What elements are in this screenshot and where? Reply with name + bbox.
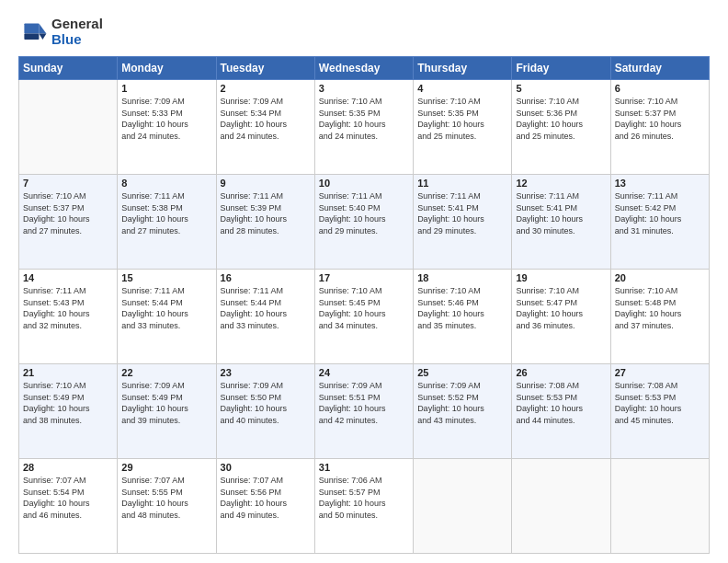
day-info: Sunrise: 7:06 AM Sunset: 5:57 PM Dayligh…: [319, 475, 409, 521]
day-info: Sunrise: 7:09 AM Sunset: 5:52 PM Dayligh…: [417, 380, 507, 426]
day-number: 21: [23, 367, 113, 378]
calendar-cell: 11Sunrise: 7:11 AM Sunset: 5:41 PM Dayli…: [414, 175, 512, 270]
day-info: Sunrise: 7:11 AM Sunset: 5:41 PM Dayligh…: [516, 190, 606, 236]
week-row-2: 7Sunrise: 7:10 AM Sunset: 5:37 PM Daylig…: [19, 175, 710, 270]
day-number: 22: [121, 367, 211, 378]
day-number: 28: [23, 462, 113, 473]
day-info: Sunrise: 7:11 AM Sunset: 5:39 PM Dayligh…: [221, 190, 311, 236]
day-info: Sunrise: 7:10 AM Sunset: 5:45 PM Dayligh…: [319, 285, 409, 331]
logo-icon: [18, 17, 48, 47]
day-number: 5: [516, 83, 606, 94]
day-info: Sunrise: 7:10 AM Sunset: 5:35 PM Dayligh…: [417, 96, 507, 142]
week-row-5: 28Sunrise: 7:07 AM Sunset: 5:54 PM Dayli…: [19, 459, 710, 554]
weekday-header-friday: Friday: [512, 57, 610, 80]
day-info: Sunrise: 7:09 AM Sunset: 5:51 PM Dayligh…: [319, 380, 409, 426]
day-number: 6: [615, 83, 705, 94]
day-number: 14: [23, 272, 113, 283]
logo: General Blue: [18, 17, 103, 47]
svg-rect-3: [24, 33, 39, 39]
calendar-cell: 10Sunrise: 7:11 AM Sunset: 5:40 PM Dayli…: [314, 175, 413, 270]
calendar-cell: 30Sunrise: 7:07 AM Sunset: 5:56 PM Dayli…: [216, 459, 314, 554]
day-info: Sunrise: 7:09 AM Sunset: 5:34 PM Dayligh…: [221, 96, 311, 142]
calendar-cell: 18Sunrise: 7:10 AM Sunset: 5:46 PM Dayli…: [414, 270, 512, 364]
logo-general: General: [51, 16, 103, 31]
weekday-header-wednesday: Wednesday: [314, 57, 413, 80]
calendar-cell: [414, 459, 512, 554]
day-info: Sunrise: 7:11 AM Sunset: 5:42 PM Dayligh…: [615, 190, 705, 236]
day-number: 7: [23, 178, 113, 189]
day-info: Sunrise: 7:11 AM Sunset: 5:41 PM Dayligh…: [417, 190, 507, 236]
calendar-cell: 9Sunrise: 7:11 AM Sunset: 5:39 PM Daylig…: [216, 175, 314, 270]
calendar-cell: 14Sunrise: 7:11 AM Sunset: 5:43 PM Dayli…: [19, 270, 118, 364]
day-number: 15: [121, 272, 211, 283]
calendar-cell: 28Sunrise: 7:07 AM Sunset: 5:54 PM Dayli…: [19, 459, 118, 554]
calendar-cell: 17Sunrise: 7:10 AM Sunset: 5:45 PM Dayli…: [314, 270, 413, 364]
weekday-header-sunday: Sunday: [19, 57, 118, 80]
calendar-cell: 6Sunrise: 7:10 AM Sunset: 5:37 PM Daylig…: [610, 80, 709, 175]
svg-rect-2: [24, 23, 39, 33]
day-info: Sunrise: 7:09 AM Sunset: 5:49 PM Dayligh…: [121, 380, 211, 426]
day-number: 3: [319, 83, 409, 94]
day-number: 18: [417, 272, 507, 283]
calendar-cell: 29Sunrise: 7:07 AM Sunset: 5:55 PM Dayli…: [118, 459, 216, 554]
day-number: 11: [417, 178, 507, 189]
day-info: Sunrise: 7:11 AM Sunset: 5:40 PM Dayligh…: [319, 190, 409, 236]
week-row-1: 1Sunrise: 7:09 AM Sunset: 5:33 PM Daylig…: [19, 80, 710, 175]
calendar-cell: 21Sunrise: 7:10 AM Sunset: 5:49 PM Dayli…: [19, 364, 118, 459]
day-number: 4: [417, 83, 507, 94]
day-number: 10: [319, 178, 409, 189]
day-info: Sunrise: 7:11 AM Sunset: 5:44 PM Dayligh…: [121, 285, 211, 331]
calendar-cell: [19, 80, 118, 175]
weekday-header-monday: Monday: [118, 57, 216, 80]
day-number: 29: [121, 462, 211, 473]
day-info: Sunrise: 7:07 AM Sunset: 5:56 PM Dayligh…: [221, 475, 311, 521]
day-number: 9: [221, 178, 311, 189]
day-info: Sunrise: 7:11 AM Sunset: 5:44 PM Dayligh…: [221, 285, 311, 331]
day-info: Sunrise: 7:10 AM Sunset: 5:49 PM Dayligh…: [23, 380, 113, 426]
calendar-cell: 2Sunrise: 7:09 AM Sunset: 5:34 PM Daylig…: [216, 80, 314, 175]
calendar-cell: 22Sunrise: 7:09 AM Sunset: 5:49 PM Dayli…: [118, 364, 216, 459]
header: General Blue: [18, 17, 710, 47]
logo-text: General Blue: [51, 17, 103, 47]
calendar-cell: 5Sunrise: 7:10 AM Sunset: 5:36 PM Daylig…: [512, 80, 610, 175]
calendar-cell: 15Sunrise: 7:11 AM Sunset: 5:44 PM Dayli…: [118, 270, 216, 364]
calendar-cell: 24Sunrise: 7:09 AM Sunset: 5:51 PM Dayli…: [314, 364, 413, 459]
day-info: Sunrise: 7:07 AM Sunset: 5:55 PM Dayligh…: [121, 475, 211, 521]
calendar-cell: 4Sunrise: 7:10 AM Sunset: 5:35 PM Daylig…: [414, 80, 512, 175]
day-info: Sunrise: 7:07 AM Sunset: 5:54 PM Dayligh…: [23, 475, 113, 521]
day-info: Sunrise: 7:08 AM Sunset: 5:53 PM Dayligh…: [615, 380, 705, 426]
calendar-cell: 26Sunrise: 7:08 AM Sunset: 5:53 PM Dayli…: [512, 364, 610, 459]
weekday-header-saturday: Saturday: [610, 57, 709, 80]
day-number: 16: [221, 272, 311, 283]
weekday-header-row: SundayMondayTuesdayWednesdayThursdayFrid…: [19, 57, 710, 80]
calendar-cell: 20Sunrise: 7:10 AM Sunset: 5:48 PM Dayli…: [610, 270, 709, 364]
day-number: 17: [319, 272, 409, 283]
day-number: 19: [516, 272, 606, 283]
day-info: Sunrise: 7:10 AM Sunset: 5:46 PM Dayligh…: [417, 285, 507, 331]
day-info: Sunrise: 7:09 AM Sunset: 5:33 PM Dayligh…: [121, 96, 211, 142]
day-number: 8: [121, 178, 211, 189]
calendar-cell: 8Sunrise: 7:11 AM Sunset: 5:38 PM Daylig…: [118, 175, 216, 270]
calendar-cell: 25Sunrise: 7:09 AM Sunset: 5:52 PM Dayli…: [414, 364, 512, 459]
calendar-cell: 1Sunrise: 7:09 AM Sunset: 5:33 PM Daylig…: [118, 80, 216, 175]
day-info: Sunrise: 7:11 AM Sunset: 5:38 PM Dayligh…: [121, 190, 211, 236]
calendar-cell: [610, 459, 709, 554]
day-info: Sunrise: 7:10 AM Sunset: 5:47 PM Dayligh…: [516, 285, 606, 331]
day-number: 2: [221, 83, 311, 94]
day-info: Sunrise: 7:10 AM Sunset: 5:48 PM Dayligh…: [615, 285, 705, 331]
calendar-cell: 27Sunrise: 7:08 AM Sunset: 5:53 PM Dayli…: [610, 364, 709, 459]
svg-marker-0: [39, 23, 46, 33]
calendar-cell: 12Sunrise: 7:11 AM Sunset: 5:41 PM Dayli…: [512, 175, 610, 270]
day-number: 1: [121, 83, 211, 94]
week-row-3: 14Sunrise: 7:11 AM Sunset: 5:43 PM Dayli…: [19, 270, 710, 364]
day-info: Sunrise: 7:08 AM Sunset: 5:53 PM Dayligh…: [516, 380, 606, 426]
day-number: 30: [221, 462, 311, 473]
day-number: 31: [319, 462, 409, 473]
day-info: Sunrise: 7:11 AM Sunset: 5:43 PM Dayligh…: [23, 285, 113, 331]
day-number: 26: [516, 367, 606, 378]
day-number: 27: [615, 367, 705, 378]
calendar-table: SundayMondayTuesdayWednesdayThursdayFrid…: [18, 56, 710, 554]
day-number: 25: [417, 367, 507, 378]
day-info: Sunrise: 7:10 AM Sunset: 5:35 PM Dayligh…: [319, 96, 409, 142]
calendar-cell: 7Sunrise: 7:10 AM Sunset: 5:37 PM Daylig…: [19, 175, 118, 270]
